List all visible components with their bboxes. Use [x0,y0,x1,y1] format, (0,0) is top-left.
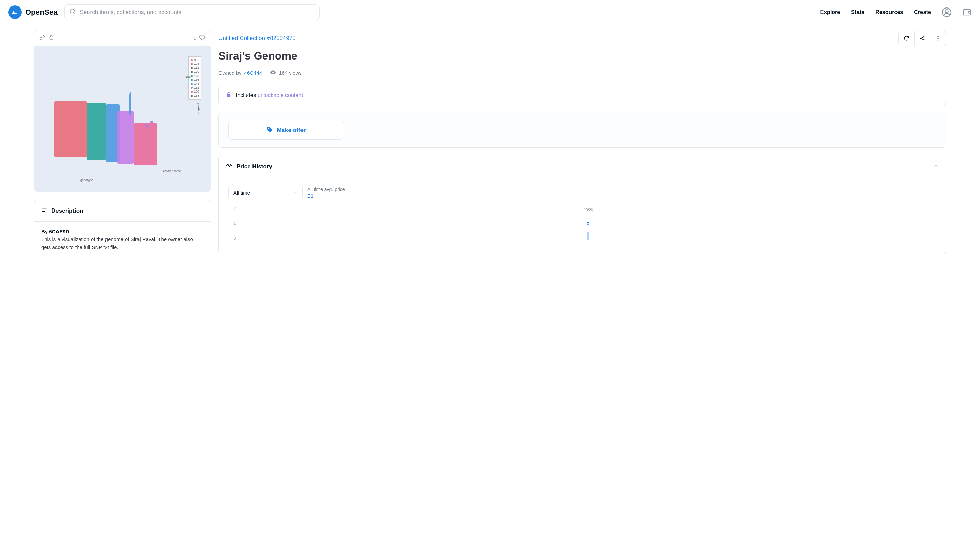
description-header[interactable]: Description [34,200,211,221]
chevron-up-icon [933,163,939,170]
media-top: 0 [34,31,211,46]
svg-point-17 [937,38,939,39]
views-info: 164 views [269,69,302,77]
z-scale: 1e8 [185,75,191,78]
ph-title: Price History [237,163,272,170]
left-column: 0 96104112120128136144152160168 [34,31,211,258]
eye-icon [269,69,276,77]
price-history-card: Price History All time All time avg. pri… [218,155,946,254]
chevron-down-icon [293,190,298,195]
list-icon [41,207,47,215]
owner-info: Owned by 46C444 [218,70,262,76]
right-column: Untitled Collection #82554975 Siraj's Ge… [218,31,946,258]
description-card: Description By 6CAE9D This is a visualiz… [34,200,211,258]
unlock-icon [226,92,232,99]
heart-icon [199,34,206,42]
description-title: Description [51,208,83,214]
x-axis-label: genotype [80,178,93,182]
offer-card: Make offer [218,113,946,147]
nav-explore[interactable]: Explore [821,9,840,15]
z-axis-label: position [197,103,200,114]
svg-point-4 [945,9,948,12]
svg-line-15 [921,39,923,40]
logo[interactable]: OpenSea [8,5,57,19]
nav-resources[interactable]: Resources [875,9,903,15]
media-card: 0 96104112120128136144152160168 [34,31,211,192]
main: 0 96104112120128136144152160168 [0,24,980,264]
search-input[interactable] [80,9,314,16]
nav-stats[interactable]: Stats [851,9,864,15]
creator-line: By 6CAE9D [41,228,204,234]
svg-point-0 [11,8,19,16]
creator-name[interactable]: 6CAE9D [49,228,69,234]
refresh-button[interactable] [899,31,914,46]
activity-icon [226,162,232,171]
item-image[interactable]: 96104112120128136144152160168 genotype c… [34,46,211,192]
description-text: This is a visualization of the genome of… [41,236,204,251]
svg-point-16 [937,36,939,37]
search-bar[interactable] [64,5,320,20]
tag-icon [266,126,273,135]
collection-link[interactable]: Untitled Collection #82554975 [218,35,296,42]
action-buttons [898,31,946,46]
make-offer-button[interactable]: Make offer [228,121,344,140]
avg-label: All time avg. price [307,187,345,192]
range-value: All time [234,190,250,195]
brand-name: OpenSea [25,8,57,17]
share-button[interactable] [914,31,930,46]
make-offer-label: Make offer [277,127,305,134]
owner-link[interactable]: 46C444 [244,70,262,76]
unlock-prefix: Includes [236,92,256,98]
svg-line-2 [74,12,76,14]
chain-icon [39,35,45,42]
search-icon [69,8,76,16]
more-button[interactable] [930,31,946,46]
lock-icon [49,35,54,42]
svg-rect-5 [964,9,971,14]
unlockable-card: Includes unlockable content [218,85,946,105]
y-axis-label: chromosome [163,170,181,173]
meta-row: Owned by 46C444 164 views [218,69,946,77]
like-count[interactable]: 0 [194,34,206,42]
scatter3d-plot: 96104112120128136144152160168 genotype c… [41,54,204,183]
item-title: Siraj's Genome [218,50,946,62]
svg-rect-7 [50,37,53,39]
svg-line-14 [921,37,923,38]
svg-point-19 [272,72,274,73]
price-history-header[interactable]: Price History [219,155,946,178]
nav: Explore Stats Resources Create [821,8,972,17]
range-select[interactable]: All time [228,185,302,200]
nav-create[interactable]: Create [914,9,931,15]
like-number: 0 [194,36,196,41]
unlock-link[interactable]: unlockable content [258,92,303,98]
description-body: By 6CAE9D This is a visualization of the… [34,221,211,258]
logo-icon [8,5,22,19]
account-icon[interactable] [942,8,951,17]
wallet-icon[interactable] [962,8,972,17]
svg-point-18 [937,40,939,41]
svg-rect-20 [227,94,231,97]
views-count: 164 views [279,70,302,76]
svg-point-21 [269,128,269,129]
header: OpenSea Explore Stats Resources Create [0,0,980,24]
svg-point-1 [70,9,75,13]
price-chart: 210 10/26 [228,206,936,247]
price-history-body: All time All time avg. price Ξ1 210 10/2… [219,178,946,254]
avg-value: Ξ1 [307,193,345,198]
